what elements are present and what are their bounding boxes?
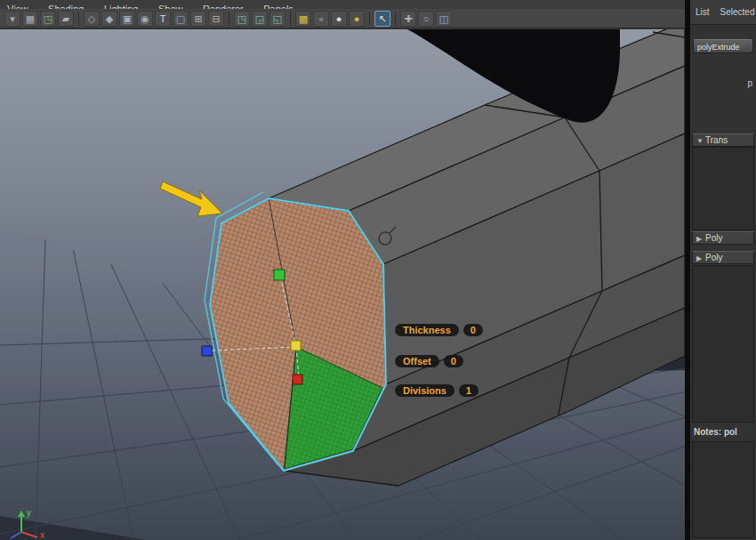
divisions-label: Divisions xyxy=(395,384,454,397)
section-label-poly-1: Poly xyxy=(705,233,722,243)
section-label-poly-2: Poly xyxy=(705,253,722,262)
gate-mask-icon[interactable]: ⊟ xyxy=(208,11,224,27)
component-mode-icon[interactable]: ◫ xyxy=(436,11,452,27)
lasso-select-icon[interactable]: ○ xyxy=(418,11,434,27)
film-gate-icon[interactable]: ▢ xyxy=(173,11,189,27)
menu-panels[interactable]: Panels xyxy=(263,3,294,9)
toolbar-separator xyxy=(369,12,370,26)
poly-extrude-node-tab[interactable]: polyExtrude xyxy=(693,39,753,53)
menu-selected[interactable]: Selected xyxy=(720,7,755,17)
select-tool-icon[interactable]: ↖ xyxy=(374,11,390,27)
xray-joints-icon[interactable]: ◲ xyxy=(252,11,268,27)
xray-mode-icon[interactable]: ◳ xyxy=(234,11,250,27)
menu-renderer[interactable]: Renderer xyxy=(203,3,244,9)
menu-lighting[interactable]: Lighting xyxy=(104,3,139,9)
section-header-transform[interactable]: ▼Trans xyxy=(692,133,754,147)
hud-divisions-row: Divisions 1 xyxy=(395,384,479,397)
wireframe-mode-icon[interactable]: ◇ xyxy=(84,11,100,27)
poly-attributes-box xyxy=(692,265,754,423)
menu-list[interactable]: List xyxy=(696,7,710,17)
textured-mode-icon[interactable]: ▣ xyxy=(119,11,135,27)
bookmark-icon[interactable]: ▰ xyxy=(58,11,74,27)
chevron-down-icon: ▼ xyxy=(696,135,705,147)
notes-label: Notes: pol xyxy=(694,427,737,437)
chevron-right-icon: ▶ xyxy=(696,233,705,245)
grid-snap-icon[interactable]: ▦ xyxy=(22,11,38,27)
paint-select-icon[interactable]: ✚ xyxy=(400,11,416,27)
sphere-shaded-icon[interactable]: ● xyxy=(331,11,347,27)
toolbar-separator xyxy=(395,12,396,26)
use-all-lights-icon[interactable]: ◉ xyxy=(137,11,153,27)
menu-view[interactable]: View xyxy=(7,3,28,9)
texture-toggle-icon[interactable]: T xyxy=(155,11,171,27)
sphere-matte-icon[interactable]: ● xyxy=(313,11,329,27)
view-cube-icon[interactable]: ◳ xyxy=(40,11,56,27)
attribute-partial-text: p xyxy=(747,78,752,88)
manipulator-axis-x-handle[interactable] xyxy=(293,375,302,384)
channel-box-content: polyExtrude p ▼Trans ▶Poly ▶Poly Notes: … xyxy=(690,25,756,540)
layout-menu-icon[interactable]: ▾ xyxy=(4,11,20,27)
manipulator-center-handle[interactable] xyxy=(291,341,301,351)
checker-icon[interactable]: ▩ xyxy=(295,11,311,27)
hud-offset-row: Offset 0 xyxy=(395,355,463,367)
maya-window: View Shading Lighting Show Renderer Pane… xyxy=(0,0,756,540)
resolution-gate-icon[interactable]: ⊞ xyxy=(190,11,206,27)
thickness-label: Thickness xyxy=(395,324,459,336)
chevron-right-icon: ▶ xyxy=(696,253,705,264)
toolbar-separator xyxy=(78,12,79,26)
axis-x-label: x xyxy=(40,530,44,540)
offset-value[interactable]: 0 xyxy=(444,355,463,367)
axis-y-label: y xyxy=(27,508,31,518)
viewport-toolbar: ▾ ▦ ◳ ▰ ◇ ◆ ▣ ◉ T ▢ ⊞ ⊟ ◳ ◲ ◱ ▩ ● ● ● ↖ … xyxy=(0,9,685,28)
viewport-3d-canvas[interactable]: y x xyxy=(0,29,685,540)
section-label-transform: Trans xyxy=(705,135,728,145)
menu-show[interactable]: Show xyxy=(158,3,183,9)
hud-thickness-row: Thickness 0 xyxy=(395,324,483,336)
channel-box-panel: List Selected polyExtrude p ▼Trans ▶Poly… xyxy=(685,0,756,540)
shaded-mode-icon[interactable]: ◆ xyxy=(101,11,117,27)
notes-box[interactable] xyxy=(692,441,754,538)
section-header-poly-1[interactable]: ▶Poly xyxy=(692,231,754,245)
channel-box-menubar: List Selected xyxy=(690,0,756,25)
section-header-poly-2[interactable]: ▶Poly xyxy=(692,251,754,264)
thickness-value[interactable]: 0 xyxy=(463,324,483,336)
offset-label: Offset xyxy=(395,355,439,367)
divisions-value[interactable]: 1 xyxy=(459,384,479,397)
sphere-gold-icon[interactable]: ● xyxy=(349,11,365,27)
manipulator-axis-y-handle[interactable] xyxy=(274,270,285,280)
toolbar-separator xyxy=(229,12,229,26)
exposure-icon[interactable]: ◱ xyxy=(269,11,286,27)
transform-attributes-box xyxy=(692,147,754,230)
viewport-menubar: View Shading Lighting Show Renderer Pane… xyxy=(0,0,685,9)
menu-shading[interactable]: Shading xyxy=(48,3,84,9)
manipulator-axis-z-handle[interactable] xyxy=(202,346,212,356)
toolbar-separator xyxy=(290,12,291,26)
